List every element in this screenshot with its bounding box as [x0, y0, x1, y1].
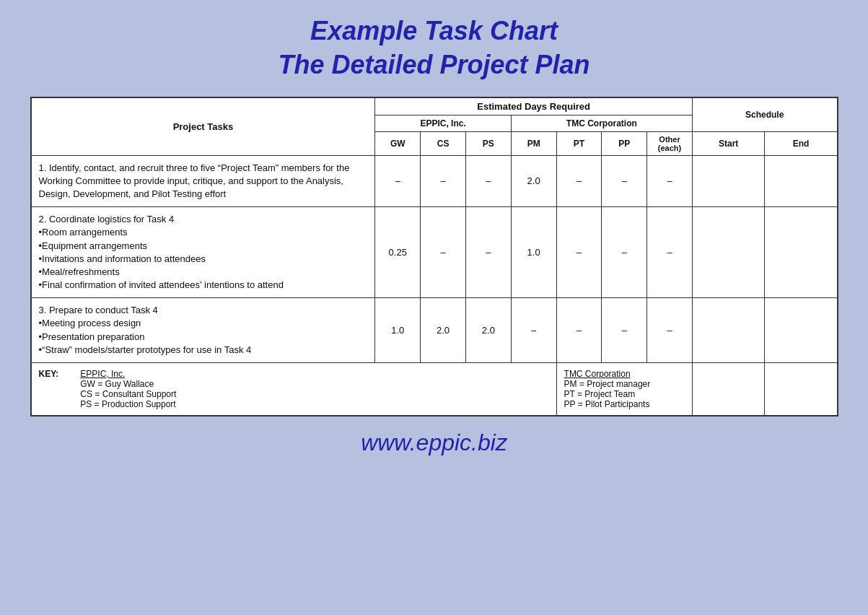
key-eppic-gw: GW = Guy Wallace [80, 379, 176, 389]
key-eppic-title: EPPIC, Inc. [80, 369, 176, 379]
task-3-ps: 2.0 [465, 298, 511, 363]
task-3-cs: 2.0 [421, 298, 466, 363]
table-wrapper: Project Tasks Estimated Days Required Sc… [30, 97, 838, 416]
header-cs: CS [421, 131, 466, 155]
header-pm: PM [511, 131, 556, 155]
task-1-ps: – [465, 155, 511, 207]
task-1-cs: – [421, 155, 466, 207]
task-1-end [765, 155, 838, 207]
task-1-gw: – [375, 155, 421, 207]
task-3-start [692, 298, 764, 363]
key-eppic-cell: KEY: EPPIC, Inc. GW = Guy Wallace CS = C… [31, 363, 557, 416]
header-project-tasks: Project Tasks [31, 97, 375, 156]
task-3-pt: – [556, 298, 602, 363]
task-1-pm: 2.0 [511, 155, 556, 207]
task-2-pt: – [556, 207, 602, 298]
key-tmc-pm: PM = Project manager [564, 379, 685, 389]
task-1-other: – [647, 155, 693, 207]
website-url: www.eppic.biz [361, 429, 507, 456]
task-1-pt: – [556, 155, 602, 207]
task-2-cs: – [421, 207, 466, 298]
task-3-pm: – [511, 298, 556, 363]
table-row: 3. Prepare to conduct Task 4 •Meeting pr… [31, 298, 838, 363]
task-1-start [692, 155, 764, 207]
header-gw: GW [375, 131, 421, 155]
task-2-other: – [647, 207, 693, 298]
task-cell-1: 1. Identify, contact, and recruit three … [31, 155, 375, 207]
key-row: KEY: EPPIC, Inc. GW = Guy Wallace CS = C… [31, 363, 838, 416]
header-eppic: EPPIC, Inc. [375, 115, 511, 131]
task-2-start [692, 207, 764, 298]
key-tmc-pp: PP = Pilot Participants [564, 399, 685, 409]
header-pp: PP [602, 131, 647, 155]
task-2-gw: 0.25 [375, 207, 421, 298]
header-start: Start [692, 131, 764, 155]
header-other: Other (each) [647, 131, 693, 155]
task-2-end [765, 207, 838, 298]
table-row: 2. Coordinate logistics for Task 4 •Room… [31, 207, 838, 298]
key-label: KEY: [39, 369, 59, 379]
task-chart-table: Project Tasks Estimated Days Required Sc… [30, 97, 838, 416]
key-start-cell [692, 363, 764, 416]
task-3-other: – [647, 298, 693, 363]
key-tmc-cell: TMC Corporation PM = Project manager PT … [556, 363, 692, 416]
key-end-cell [765, 363, 838, 416]
key-eppic-cs: CS = Consultant Support [80, 389, 176, 399]
key-eppic-block: EPPIC, Inc. GW = Guy Wallace CS = Consul… [80, 369, 176, 409]
task-3-pp: – [602, 298, 647, 363]
task-3-end [765, 298, 838, 363]
header-schedule: Schedule [692, 97, 837, 132]
task-cell-3: 3. Prepare to conduct Task 4 •Meeting pr… [31, 298, 375, 363]
key-tmc-title: TMC Corporation [564, 369, 685, 379]
table-row: 1. Identify, contact, and recruit three … [31, 155, 838, 207]
task-2-ps: – [465, 207, 511, 298]
key-tmc-block: TMC Corporation PM = Project manager PT … [564, 369, 685, 409]
task-3-gw: 1.0 [375, 298, 421, 363]
task-cell-2: 2. Coordinate logistics for Task 4 •Room… [31, 207, 375, 298]
header-ps: PS [465, 131, 511, 155]
page-title: Example Task Chart The Detailed Project … [278, 14, 589, 82]
task-1-pp: – [602, 155, 647, 207]
header-estimated: Estimated Days Required [375, 97, 693, 115]
task-2-pp: – [602, 207, 647, 298]
key-tmc-pt: PT = Project Team [564, 389, 685, 399]
header-pt: PT [556, 131, 602, 155]
key-eppic-ps: PS = Production Support [80, 399, 176, 409]
task-2-pm: 1.0 [511, 207, 556, 298]
header-tmc: TMC Corporation [511, 115, 692, 131]
header-end: End [765, 131, 838, 155]
